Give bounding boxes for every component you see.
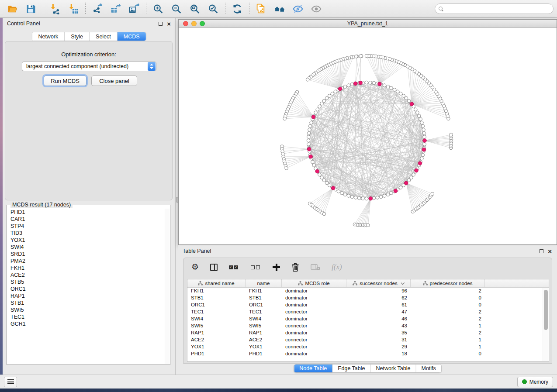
mcds-node-item[interactable]: SRD1 [7, 251, 165, 258]
show-all-icon[interactable] [307, 1, 325, 16]
column-header-predecessor-nodes[interactable]: predecessor nodes [411, 279, 485, 287]
network-window-titlebar[interactable]: YPA_prune.txt_1 [179, 20, 557, 28]
zoom-in-icon[interactable] [149, 1, 167, 16]
mcds-node-item[interactable]: YOX1 [7, 237, 165, 244]
memory-label: Memory [529, 379, 548, 385]
table-cell: ACE2 [187, 337, 246, 344]
table-cell: FKH1 [187, 288, 246, 295]
export-network-icon[interactable] [88, 1, 107, 16]
mcds-node-item[interactable]: PMA2 [7, 258, 165, 265]
export-image-icon[interactable] [125, 1, 143, 16]
mcds-node-item[interactable]: TID3 [7, 230, 165, 237]
dropdown-stepper-icon [148, 62, 156, 71]
mcds-node-item[interactable]: STB1 [7, 299, 165, 306]
tab-network[interactable]: Network [32, 32, 65, 41]
table-row[interactable]: FKH1FKH1dominator962 [187, 288, 549, 295]
scrollbar-thumb[interactable] [544, 290, 548, 330]
mcds-node-item[interactable]: ORC1 [7, 285, 165, 292]
refresh-layout-icon[interactable] [228, 1, 246, 16]
table-row[interactable]: ACE2ACE2connector311 [187, 337, 549, 344]
memory-button[interactable]: Memory [517, 377, 553, 387]
add-column-icon[interactable] [273, 262, 280, 272]
table-row[interactable]: RAP1RAP1dominator352 [187, 330, 549, 337]
table-row[interactable]: SWI5SWI5connector431 [187, 323, 549, 330]
table-cell: connector [282, 309, 346, 316]
status-bar: Memory [0, 375, 557, 389]
mcds-node-item[interactable]: TEC1 [7, 313, 165, 320]
tab-network-table[interactable]: Network Table [371, 364, 416, 372]
duplicate-network-icon[interactable] [252, 1, 270, 16]
tab-motifs[interactable]: Motifs [416, 364, 441, 372]
open-file-icon[interactable] [3, 1, 22, 16]
zoom-selected-icon[interactable] [204, 1, 222, 16]
vertical-splitter[interactable] [175, 18, 178, 375]
main-toolbar [0, 0, 557, 18]
mcds-node-item[interactable]: STP4 [7, 223, 165, 230]
float-table-panel-icon[interactable] [540, 249, 543, 253]
column-header-MCDS-role[interactable]: MCDS role [282, 279, 346, 287]
tab-edge-table[interactable]: Edge Table [332, 364, 370, 372]
first-neighbors-icon[interactable] [270, 1, 289, 16]
search-input[interactable] [443, 4, 553, 13]
column-header-shared-name[interactable]: shared name [187, 279, 246, 287]
criterion-dropdown[interactable]: largest connected component (undirected) [22, 62, 156, 71]
table-cell: YOX1 [246, 344, 282, 351]
table-row[interactable]: YOX1YOX1connector291 [187, 344, 549, 351]
search-box[interactable] [435, 3, 554, 14]
table-cell: 47 [346, 309, 411, 316]
table-cell: 96 [346, 288, 411, 295]
delete-column-icon[interactable] [291, 262, 299, 272]
table-body: FKH1FKH1dominator962STB1STB1dominator620… [187, 288, 549, 358]
export-table-icon[interactable] [107, 1, 125, 16]
import-table-icon[interactable] [64, 1, 83, 16]
close-table-panel-icon[interactable]: × [548, 249, 552, 253]
mcds-node-item[interactable]: PHD1 [7, 209, 165, 216]
table-scrollbar[interactable] [543, 288, 548, 361]
close-panel-button[interactable]: Close panel [91, 76, 137, 86]
control-panel-header: Control Panel × [3, 18, 175, 29]
column-header-successor-nodes[interactable]: successor nodes [346, 279, 411, 287]
table-row[interactable]: PHD1PHD1dominator180 [187, 351, 549, 358]
deselect-all-icon[interactable] [251, 262, 261, 272]
mcds-node-item[interactable]: CAR1 [7, 216, 165, 223]
column-visibility-icon[interactable] [210, 262, 218, 272]
mcds-node-item[interactable]: GCR1 [7, 320, 165, 327]
network-view[interactable] [179, 28, 557, 244]
table-row[interactable]: TEC1TEC1connector472 [187, 309, 549, 316]
column-label: successor nodes [360, 281, 397, 286]
column-header-name[interactable]: name [246, 279, 282, 287]
mcds-result-list: PHD1CAR1STP4TID3YOX1SWI4SRD1PMA2FKH1ACE2… [7, 209, 165, 364]
mcds-node-item[interactable]: FKH1 [7, 265, 165, 272]
save-session-icon[interactable] [22, 1, 40, 16]
select-all-icon[interactable] [229, 262, 239, 272]
table-row[interactable]: ORC1ORC1dominator610 [187, 302, 549, 309]
table-row[interactable]: SWI4SWI4dominator462 [187, 316, 549, 323]
float-panel-icon[interactable] [159, 22, 163, 26]
tab-select[interactable]: Select [90, 32, 118, 41]
run-mcds-button[interactable]: Run MCDS [44, 76, 86, 86]
tab-mcds[interactable]: MCDS [118, 32, 146, 41]
toolbar-separator [43, 3, 43, 15]
import-network-icon[interactable] [46, 1, 64, 16]
zoom-out-icon[interactable] [167, 1, 186, 16]
close-panel-icon[interactable]: × [167, 22, 171, 26]
mcds-node-item[interactable]: STB5 [7, 279, 165, 285]
zoom-fit-icon[interactable] [186, 1, 204, 16]
tab-node-table[interactable]: Node Table [294, 364, 332, 372]
mcds-node-item[interactable]: SWI5 [7, 306, 165, 313]
mcds-node-item[interactable]: SWI4 [7, 244, 165, 251]
mcds-node-item[interactable]: RAP1 [7, 292, 165, 299]
toolbar-separator [85, 3, 86, 15]
gear-icon[interactable]: ⚙ [191, 262, 199, 272]
table-cell: SWI5 [187, 323, 246, 330]
hide-selected-icon[interactable] [289, 1, 307, 16]
task-history-button[interactable] [4, 377, 17, 387]
result-scrollbar[interactable] [165, 209, 170, 364]
table-cell: ACE2 [246, 337, 282, 344]
tab-style[interactable]: Style [65, 32, 90, 41]
table-cell: connector [282, 344, 346, 351]
table-row[interactable]: STB1STB1dominator620 [187, 295, 549, 302]
table-cell: STB1 [246, 295, 282, 302]
mcds-node-item[interactable]: ACE2 [7, 272, 165, 279]
table-cell: PHD1 [187, 351, 246, 358]
